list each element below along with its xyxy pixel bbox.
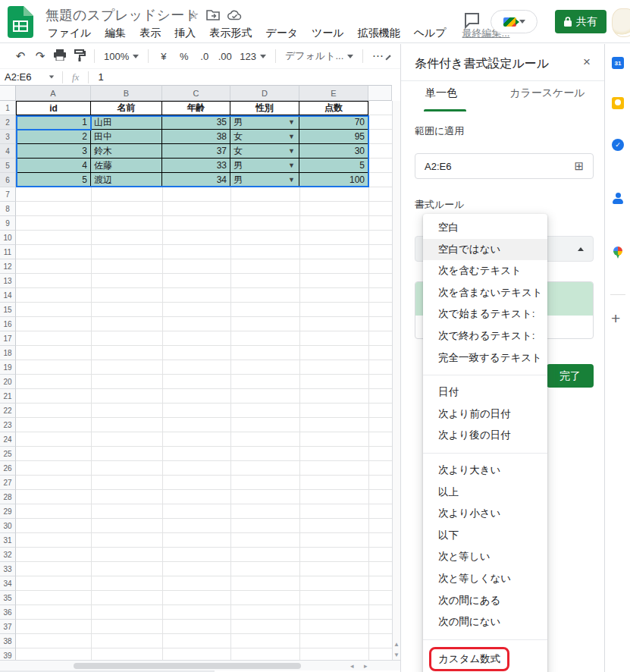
row-header-21[interactable]: 21 [0,389,16,404]
menu-option[interactable]: 次と等しくない [423,568,547,590]
menu-option[interactable]: 次で終わるテキスト: [423,325,547,347]
keep-icon[interactable] [612,97,624,109]
menu-option[interactable]: 次を含まないテキスト [423,282,547,304]
row-header-10[interactable]: 10 [0,231,16,245]
doc-title[interactable]: 無題のスプレッドシート [45,6,198,24]
row-header-6[interactable]: 6 [0,173,16,187]
increase-decimal-button[interactable]: .00 [215,51,235,62]
row-header-9[interactable]: 9 [0,216,16,231]
menu-0[interactable]: ファイル [42,25,96,42]
cell[interactable]: 田中 [91,130,162,144]
column-header-E[interactable]: E [299,85,368,101]
menu-8[interactable]: ヘルプ [409,25,452,42]
menu-option[interactable]: 以上 [423,482,547,504]
cell[interactable]: 30 [299,144,368,159]
menu-option[interactable]: 空白 [423,217,547,239]
cell-dropdown-icon[interactable]: ▼ [288,133,295,140]
menu-option[interactable]: 次の間にない [423,611,547,633]
scroll-down-icon[interactable]: ▼ [393,650,400,660]
cell[interactable]: 70 [299,115,368,130]
column-header-partial[interactable] [368,85,392,101]
scrollbar-thumb[interactable] [74,663,301,669]
row-header-17[interactable]: 17 [0,331,16,346]
row-header-35[interactable]: 35 [0,591,16,605]
menu-1[interactable]: 編集 [99,25,131,42]
contacts-icon[interactable] [612,193,624,205]
menu-5[interactable]: データ [260,25,303,42]
done-button[interactable]: 完了 [547,364,594,388]
print-icon[interactable] [50,49,70,63]
cell[interactable]: 100 [299,173,368,187]
column-header-D[interactable]: D [230,85,299,101]
comment-icon[interactable] [463,11,481,29]
menu-option[interactable]: 次より前の日付 [423,404,547,425]
cell[interactable]: 渡辺 [91,173,162,187]
calendar-icon[interactable]: 31 [612,57,624,69]
cell[interactable]: 女▼ [230,144,299,159]
cell[interactable]: 男▼ [230,159,299,173]
row-header-5[interactable]: 5 [0,159,16,173]
column-header-C[interactable]: C [162,85,230,101]
row-header-15[interactable]: 15 [0,303,16,317]
column-header-B[interactable]: B [91,85,162,101]
header-cell[interactable]: id [16,101,91,115]
format-currency-button[interactable]: ¥ [153,51,174,62]
zoom-select[interactable]: 100% [99,51,143,62]
row-header-18[interactable]: 18 [0,346,16,360]
tab-color-scale[interactable]: カラースケール [509,86,585,100]
menu-option[interactable]: 次より小さい [423,503,547,525]
sheets-logo[interactable] [8,6,33,38]
menu-option[interactable]: 日付 [423,382,547,404]
cell-dropdown-icon[interactable]: ▼ [288,147,295,155]
maps-icon[interactable] [612,247,624,259]
header-cell[interactable]: 年齢 [162,101,230,115]
row-header-24[interactable]: 24 [0,432,16,447]
share-button[interactable]: 共有 [555,10,606,33]
row-header-25[interactable]: 25 [0,447,16,461]
row-header-30[interactable]: 30 [0,519,16,533]
name-box[interactable]: A2:E6 [0,71,49,83]
cloud-status-icon[interactable] [227,10,243,20]
close-icon[interactable]: × [583,55,591,70]
row-header-4[interactable]: 4 [0,144,16,159]
cell[interactable]: 佐藤 [91,159,162,173]
menu-2[interactable]: 表示 [134,25,166,42]
cell-dropdown-icon[interactable]: ▼ [288,118,295,126]
move-folder-icon[interactable] [206,9,220,21]
menu-7[interactable]: 拡張機能 [353,25,406,42]
vertical-scrollbar[interactable]: ▲ ▼ [392,101,400,660]
cell[interactable]: 4 [16,159,91,173]
row-header-16[interactable]: 16 [0,317,16,331]
row-header-3[interactable]: 3 [0,130,16,144]
more-formats-button[interactable]: 123 [235,51,271,62]
more-toolbar-icon[interactable]: ⋯ [368,49,387,63]
cells-canvas[interactable]: id名前年齢性別点数1山田35男▼702田中38女▼953鈴木37女▼304佐藤… [16,101,392,660]
cell[interactable]: 95 [299,130,368,144]
paint-format-icon[interactable] [70,49,89,64]
formula-input[interactable]: 1 [89,71,103,83]
cell[interactable]: 37 [162,144,230,159]
scroll-left-icon[interactable]: ◂ [350,661,354,671]
tab-single-color[interactable]: 単一色 [425,86,457,100]
menu-option[interactable]: カスタム数式 [423,646,547,672]
undo-icon[interactable]: ↶ [11,49,30,63]
cell[interactable]: 2 [16,130,91,144]
cell[interactable]: 1 [16,115,91,130]
row-header-23[interactable]: 23 [0,418,16,432]
menu-option[interactable]: 次の間にある [423,590,547,612]
cell[interactable]: 山田 [91,115,162,130]
select-range-icon[interactable]: ⊞ [574,159,584,173]
row-header-20[interactable]: 20 [0,375,16,389]
cell[interactable]: 3 [16,144,91,159]
cell[interactable]: 5 [299,159,368,173]
menu-4[interactable]: 表示形式 [204,25,257,42]
row-header-36[interactable]: 36 [0,605,16,620]
row-header-32[interactable]: 32 [0,548,16,562]
menu-option[interactable]: 完全一致するテキスト [423,347,547,369]
row-header-22[interactable]: 22 [0,404,16,418]
font-select[interactable]: デフォルト... [281,49,358,63]
row-header-33[interactable]: 33 [0,562,16,576]
header-cell[interactable]: 点数 [299,101,368,115]
row-header-12[interactable]: 12 [0,259,16,274]
row-header-27[interactable]: 27 [0,476,16,490]
